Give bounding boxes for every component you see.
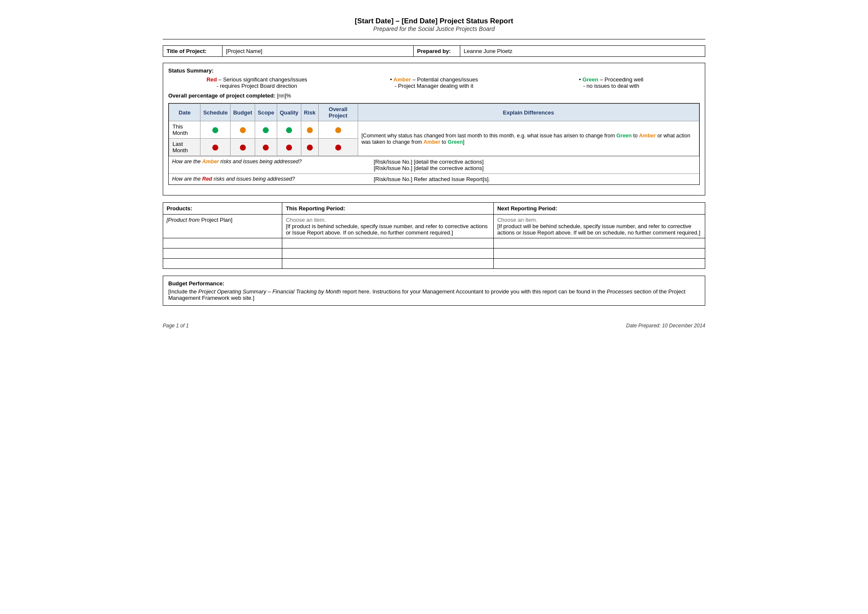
amber-risk-label: Amber: [202, 159, 219, 165]
next-period-1: Choose an item. [If product will be behi…: [494, 215, 705, 238]
green-bullet: •: [579, 76, 581, 83]
red-desc2: - requires Project Board direction: [217, 83, 297, 89]
next-period-3: [494, 248, 705, 259]
product-row-3: [163, 248, 705, 259]
next-period-2: [494, 238, 705, 248]
completion-value: [nn]%: [277, 92, 291, 99]
products-section: Products: This Reporting Period: Next Re…: [163, 202, 705, 269]
status-summary-box: Status Summary: Red – Serious significan…: [163, 63, 705, 195]
this-period-1: Choose an item. [If product is behind sc…: [282, 215, 494, 238]
dot-amber: [240, 127, 246, 133]
budget-text: [Include the Project Operating Summary –…: [168, 288, 700, 301]
product-row-1: [Product from Project Plan] Choose an it…: [163, 215, 705, 238]
header-date: Date: [169, 104, 200, 121]
this-dropdown-1[interactable]: Choose an item.: [286, 217, 490, 223]
last-month-risk: [301, 139, 318, 156]
header-scope: Scope: [255, 104, 277, 121]
amber-risk-question: How are the Amber risks and issues being…: [169, 156, 370, 174]
next-dropdown-1[interactable]: Choose an item.: [497, 217, 701, 223]
red-risk-question: How are the Red risks and issues being a…: [169, 174, 370, 185]
last-month-quality: [277, 139, 301, 156]
product-row-4: [163, 259, 705, 269]
budget-italic1: Project Operating Summary – Financial Tr…: [198, 288, 341, 295]
prepared-by-label: Prepared by:: [414, 46, 460, 57]
legend-amber: • Amber – Potential changes/issues - Pro…: [345, 76, 523, 89]
explain-col: [Comment why status has changed from las…: [358, 121, 699, 156]
product-name-1: [Product from Project Plan]: [163, 215, 282, 238]
header-schedule: Schedule: [200, 104, 231, 121]
product-name-2: [163, 238, 282, 248]
status-table: Date Schedule Budget Scope Quality Risk …: [169, 103, 699, 156]
dot-amber: [335, 127, 341, 133]
legend-green: • Green – Proceeding well - no issues to…: [523, 76, 700, 89]
prepared-by-value: Leanne June Ploetz: [460, 46, 705, 57]
completion-prefix: Overall percentage of project completed:: [168, 92, 275, 99]
amber-risk-answer: [Risk/Issue No.] [detail the corrective …: [370, 156, 699, 174]
amber-label: Amber: [393, 76, 411, 83]
risk-table: How are the Amber risks and issues being…: [169, 156, 699, 184]
products-header: Products:: [163, 203, 282, 215]
project-info-table: Title of Project: [Project Name] Prepare…: [163, 45, 705, 57]
this-month-scope: [255, 121, 277, 139]
this-period-header: This Reporting Period:: [282, 203, 494, 215]
this-month-budget: [231, 121, 255, 139]
red-risk-row: How are the Red risks and issues being a…: [169, 174, 699, 185]
explain-text: [Comment why status has changed from las…: [362, 133, 690, 145]
budget-box: Budget Performance: [Include the Project…: [163, 276, 705, 306]
dot-amber: [307, 127, 313, 133]
dot-red: [240, 145, 246, 151]
dot-red: [263, 145, 269, 151]
page-header: [Start Date] – [End Date] Project Status…: [163, 17, 705, 32]
last-month-schedule: [200, 139, 231, 156]
amber-risk-row: How are the Amber risks and issues being…: [169, 156, 699, 174]
page-title: [Start Date] – [End Date] Project Status…: [163, 17, 705, 25]
amber-bullet: •: [390, 76, 392, 83]
amber-desc2: - Project Manager dealing with it: [395, 83, 473, 89]
product-row-2: [163, 238, 705, 248]
last-month-label: Last Month: [169, 139, 200, 156]
explain-amber2: Amber: [423, 139, 440, 145]
product-name-3: [163, 248, 282, 259]
this-month-quality: [277, 121, 301, 139]
next-period-4: [494, 259, 705, 269]
next-desc-1: [If product will be behind schedule, spe…: [497, 223, 701, 236]
next-period-header: Next Reporting Period:: [494, 203, 705, 215]
title-label: Title of Project:: [163, 46, 223, 57]
red-risk-label: Red: [202, 176, 212, 182]
completion-line: Overall percentage of project completed:…: [168, 92, 700, 99]
green-label: Green: [582, 76, 598, 83]
status-legend: Red – Serious significant changes/issues…: [168, 76, 700, 89]
amber-desc1: – Potential changes/issues: [412, 76, 478, 83]
legend-red: Red – Serious significant changes/issues…: [168, 76, 345, 89]
this-month-label: This Month: [169, 121, 200, 139]
green-desc1: – Proceeding well: [600, 76, 643, 83]
red-risk-answer: [Risk/Issue No.] Refer attached Issue Re…: [370, 174, 699, 185]
dot-red: [212, 145, 218, 151]
header-quality: Quality: [277, 104, 301, 121]
header-overall: Overall Project: [318, 104, 358, 121]
explain-green: Green: [616, 133, 632, 139]
status-summary-title: Status Summary:: [168, 67, 700, 74]
this-period-3: [282, 248, 494, 259]
dot-red: [286, 145, 292, 151]
explain-green2: Green: [448, 139, 463, 145]
this-desc-1: [If product is behind schedule, specify …: [286, 223, 490, 236]
budget-title: Budget Performance:: [168, 280, 700, 287]
this-month-row: This Month [Comment why status has chang…: [169, 121, 699, 139]
page-footer: Page 1 of 1 Date Prepared: 10 December 2…: [163, 323, 705, 329]
last-month-scope: [255, 139, 277, 156]
dot-green: [263, 127, 269, 133]
green-desc2: - no issues to deal with: [583, 83, 639, 89]
product-name-4: [163, 259, 282, 269]
this-month-risk: [301, 121, 318, 139]
header-budget: Budget: [231, 104, 255, 121]
budget-italic2: Processes: [607, 288, 633, 295]
page-info: Page 1 of 1: [163, 323, 189, 329]
dot-red: [335, 145, 341, 151]
header-explain: Explain Differences: [358, 104, 699, 121]
this-month-overall: [318, 121, 358, 139]
last-month-budget: [231, 139, 255, 156]
this-period-4: [282, 259, 494, 269]
last-month-overall: [318, 139, 358, 156]
header-risk: Risk: [301, 104, 318, 121]
